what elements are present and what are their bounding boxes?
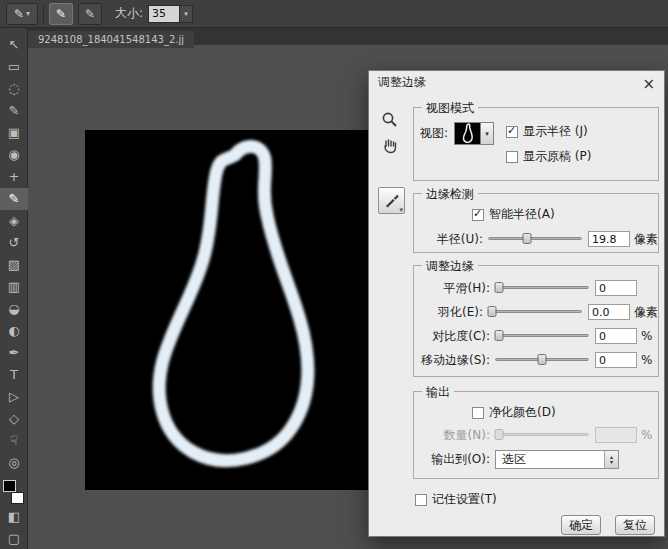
amount-unit: % (641, 428, 652, 442)
radius-slider[interactable] (488, 233, 582, 245)
slider-track (495, 286, 589, 289)
output-legend: 输出 (422, 384, 454, 401)
slider-thumb[interactable] (487, 306, 496, 317)
show-original-option[interactable]: 显示原稿 (P) (506, 148, 591, 165)
brush-add-button[interactable]: ✎ (49, 3, 73, 25)
smooth-input[interactable] (595, 280, 637, 296)
toolbar-separator (43, 4, 44, 24)
dialog-hand-tool[interactable] (381, 137, 403, 159)
tool-pen[interactable]: ✒ (0, 342, 28, 364)
hand-icon (381, 137, 399, 155)
color-swatches[interactable] (2, 480, 26, 504)
tool-hand[interactable]: ☟ (0, 430, 28, 452)
tool-quick-selection[interactable]: ✎ (0, 100, 28, 122)
brush-size-dropdown-icon[interactable]: ▾ (180, 5, 193, 23)
canvas-area[interactable] (85, 130, 370, 490)
contrast-slider[interactable] (495, 330, 589, 342)
show-original-checkbox[interactable] (506, 151, 518, 163)
feather-slider[interactable] (488, 306, 582, 318)
view-dropdown-icon[interactable]: ▾ (481, 122, 494, 145)
tool-clone-stamp[interactable]: ◈ (0, 210, 28, 232)
chevron-down-icon: ▾ (26, 9, 30, 18)
tool-lasso[interactable]: ◌ (0, 78, 28, 100)
close-icon[interactable]: × (642, 73, 655, 95)
slider-track (495, 433, 589, 436)
amount-label: 数量(N): (418, 427, 490, 444)
remember-settings-label: 记住设置(T) (432, 491, 497, 508)
slider-thumb[interactable] (538, 354, 547, 365)
contrast-unit: % (641, 329, 652, 343)
dialog-zoom-tool[interactable] (381, 111, 403, 133)
smart-radius-checkbox[interactable]: ✓ (472, 209, 484, 221)
refine-radius-tool-button[interactable]: ▾ (378, 187, 405, 214)
tool-zoom[interactable]: ◎ (0, 452, 28, 474)
slider-thumb[interactable] (494, 330, 503, 341)
shift-edge-input[interactable] (595, 352, 637, 368)
brush-size-label: 大小: (115, 5, 143, 22)
feather-input[interactable] (588, 304, 630, 320)
combo-arrows: ▴ ▾ (604, 451, 618, 468)
tool-move[interactable]: ↖ (0, 34, 28, 56)
slider-thumb[interactable] (523, 233, 532, 244)
tool-gradient[interactable]: ▥ (0, 276, 28, 298)
tool-crop[interactable]: ▣ (0, 122, 28, 144)
view-mode-group: 视图模式 视图: ▾ ✓ 显示半径 (J) (413, 107, 659, 181)
ok-button[interactable]: 确定 (561, 515, 601, 535)
background-color-swatch[interactable] (11, 492, 24, 504)
tool-eyedropper[interactable]: ◉ (0, 144, 28, 166)
canvas-image (85, 130, 370, 490)
decontaminate-label: 净化颜色(D) (489, 404, 556, 421)
tool-shape[interactable]: ◇ (0, 408, 28, 430)
document-tab[interactable]: 9248108_184041548143_2.jj (28, 31, 194, 48)
shift-edge-slider[interactable] (495, 354, 589, 366)
tool-healing-brush[interactable]: + (0, 166, 28, 188)
tool-brush[interactable]: ✎ (0, 188, 28, 210)
contrast-input[interactable] (595, 328, 637, 344)
show-radius-checkbox[interactable]: ✓ (506, 126, 518, 138)
tool-blur[interactable]: ◒ (0, 298, 28, 320)
shift-edge-unit: % (641, 353, 652, 367)
radius-unit: 像素 (634, 231, 658, 248)
check-icon: ✓ (473, 207, 482, 220)
tool-path-selection[interactable]: ▷ (0, 386, 28, 408)
tool-dodge[interactable]: ◐ (0, 320, 28, 342)
brush-size-field: ▾ (148, 5, 193, 23)
foreground-color-swatch[interactable] (3, 480, 16, 492)
magnifier-icon (381, 111, 399, 129)
tool-quick-mask[interactable]: ◧ (0, 506, 28, 528)
document-tabbar: 9248108_184041548143_2.jj (28, 28, 668, 45)
tool-eraser[interactable]: ▨ (0, 254, 28, 276)
tool-marquee[interactable]: ▭ (0, 56, 28, 78)
slider-track (488, 310, 582, 313)
radius-label: 半径(U): (418, 231, 483, 248)
tool-history-brush[interactable]: ↺ (0, 232, 28, 254)
smart-radius-label: 智能半径(A) (489, 206, 555, 223)
adjust-edge-legend: 调整边缘 (422, 258, 478, 275)
brush-preset-icon: ✎ (14, 7, 24, 21)
tool-screen-mode[interactable]: ▢ (0, 528, 28, 549)
photoshop-window: ✎ ▾ ✎ ✎ 大小: ▾ 9248108_184041548143_2.jj … (0, 0, 668, 549)
output-to-label: 输出到(O): (418, 451, 490, 468)
remember-settings-checkbox[interactable] (415, 494, 427, 506)
feather-label: 羽化(E): (418, 304, 483, 321)
view-thumbnail[interactable] (454, 122, 481, 145)
slider-thumb (494, 429, 503, 440)
output-to-select[interactable]: 选区 ▴ ▾ (495, 450, 619, 469)
brush-preset-picker[interactable]: ✎ ▾ (6, 3, 38, 25)
tool-type[interactable]: T (0, 364, 28, 386)
brush-size-input[interactable] (148, 5, 180, 23)
smooth-slider[interactable] (495, 282, 589, 294)
refine-edge-dialog: 调整边缘 × ▾ 视图模式 视图: (368, 70, 665, 537)
slider-track (488, 237, 582, 240)
show-radius-option[interactable]: ✓ 显示半径 (J) (506, 123, 591, 140)
reset-button[interactable]: 复位 (615, 515, 655, 535)
dialog-titlebar[interactable]: 调整边缘 × (369, 71, 664, 93)
output-to-value: 选区 (496, 451, 604, 468)
radius-input[interactable] (588, 231, 630, 247)
view-thumbnail-image (455, 123, 480, 144)
view-mode-legend: 视图模式 (422, 100, 478, 117)
decontaminate-checkbox[interactable] (472, 407, 484, 419)
remember-settings-option[interactable]: 记住设置(T) (415, 491, 497, 508)
brush-alt-button[interactable]: ✎ (78, 3, 102, 25)
slider-thumb[interactable] (494, 282, 503, 293)
